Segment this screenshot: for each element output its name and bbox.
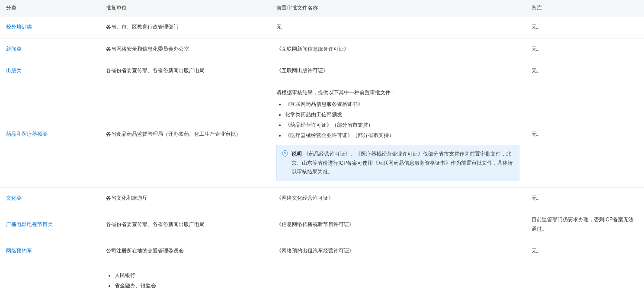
table-row: 金融类人民银行省金融办、银监会保监会证监会中国证券投资基金业协会无无。 (0, 262, 644, 290)
cell-category: 新闻类 (0, 38, 100, 60)
table-row: 校外培训类各省、市、区教育行政管理部门无无。 (0, 16, 644, 38)
cell-remark: 无。 (525, 38, 644, 60)
list-item: 化学类药品由工信部颁发 (285, 109, 519, 120)
cell-doc: 《信息网络传播视听节目许可证》 (270, 209, 525, 240)
cell-remark: 无。 (525, 16, 644, 38)
doc-text: 《互联网新闻信息服务许可证》 (276, 46, 349, 52)
cell-doc: 《互联网出版许可证》 (270, 60, 525, 82)
header-category: 分类 (0, 0, 100, 16)
authority-list: 人民银行省金融办、银监会保监会证监会中国证券投资基金业协会 (106, 270, 265, 290)
authority-text: 各省食品药品监督管理局（开办农药、化工生产企业审批） (106, 131, 241, 137)
cell-authority: 各省份省委宣传部、各省份新闻出版广电局 (100, 209, 271, 240)
doc-text: 《网络文化经营许可证》 (276, 195, 333, 201)
doc-text: 《信息网络传播视听节目许可证》 (276, 221, 354, 227)
cell-authority: 各省网络安全和信息化委员会办公室 (100, 38, 271, 60)
approval-table: 分类 批复单位 前置审批文件名称 备注 校外培训类各省、市、区教育行政管理部门无… (0, 0, 644, 290)
authority-text: 各省、市、区教育行政管理部门 (106, 24, 179, 30)
cell-category: 金融类 (0, 262, 100, 290)
info-icon: ? (282, 150, 288, 156)
cell-authority: 各省、市、区教育行政管理部门 (100, 16, 271, 38)
cell-doc: 请根据审核结果，提供以下其中一种前置审批文件：《互联网药品信息服务资格证书》化学… (270, 82, 525, 187)
category-link[interactable]: 药品和医疗器械类 (6, 131, 48, 137)
cell-doc: 无 (270, 16, 525, 38)
list-item: 《医疗器械经营企业许可证》（部分省市支持） (285, 130, 519, 140)
info-text: 说明《药品经营许可证》、《医疗器械经营企业许可证》仅部分省市支持作为前置审批文件… (292, 150, 514, 176)
table-header-row: 分类 批复单位 前置审批文件名称 备注 (0, 0, 644, 16)
authority-text: 各省文化和旅游厅 (106, 195, 147, 201)
authority-text: 各省份省委宣传部、各省份新闻出版广电局 (106, 67, 205, 73)
cell-authority: 各省食品药品监督管理局（开办农药、化工生产企业审批） (100, 82, 271, 187)
cell-category: 广播电影电视节目类 (0, 209, 100, 240)
table-row: 药品和医疗器械类各省食品药品监督管理局（开办农药、化工生产企业审批）请根据审核结… (0, 82, 644, 187)
cell-authority: 公司注册所在地的交通管理委员会 (100, 240, 271, 262)
table-row: 文化类各省文化和旅游厅《网络文化经营许可证》无。 (0, 187, 644, 209)
list-item: 《互联网药品信息服务资格证书》 (285, 99, 519, 109)
table-row: 出版类各省份省委宣传部、各省份新闻出版广电局《互联网出版许可证》无。 (0, 60, 644, 82)
cell-doc: 无 (270, 262, 525, 290)
cell-authority: 各省文化和旅游厅 (100, 187, 271, 209)
cell-remark: 无。 (525, 262, 644, 290)
cell-category: 药品和医疗器械类 (0, 82, 100, 187)
list-item: 省金融办、银监会 (115, 280, 265, 290)
list-item: 《药品经营许可证》（部分省市支持） (285, 120, 519, 130)
category-link[interactable]: 新闻类 (6, 46, 22, 52)
cell-remark: 无。 (525, 82, 644, 187)
cell-authority: 人民银行省金融办、银监会保监会证监会中国证券投资基金业协会 (100, 262, 271, 290)
doc-text: 《互联网出版许可证》 (276, 67, 328, 73)
authority-text: 各省网络安全和信息化委员会办公室 (106, 46, 189, 52)
cell-authority: 各省份省委宣传部、各省份新闻出版广电局 (100, 60, 271, 82)
header-authority: 批复单位 (100, 0, 271, 16)
header-remark: 备注 (525, 0, 644, 16)
table-row: 网络预约车公司注册所在地的交通管理委员会《网络预约出租汽车经营许可证》无。 (0, 240, 644, 262)
authority-text: 各省份省委宣传部、各省份新闻出版广电局 (106, 221, 205, 227)
doc-intro: 请根据审核结果，提供以下其中一种前置审批文件： (276, 88, 519, 98)
table-row: 广播电影电视节目类各省份省委宣传部、各省份新闻出版广电局《信息网络传播视听节目许… (0, 209, 644, 240)
doc-text: 《网络预约出租汽车经营许可证》 (276, 248, 354, 254)
category-link[interactable]: 文化类 (6, 195, 22, 201)
authority-text: 公司注册所在地的交通管理委员会 (106, 248, 184, 254)
doc-list: 《互联网药品信息服务资格证书》化学类药品由工信部颁发《药品经营许可证》（部分省市… (276, 99, 519, 140)
cell-doc: 《网络预约出租汽车经营许可证》 (270, 240, 525, 262)
cell-remark: 无。 (525, 60, 644, 82)
cell-remark: 无。 (525, 187, 644, 209)
list-item: 人民银行 (115, 270, 265, 280)
cell-doc: 《网络文化经营许可证》 (270, 187, 525, 209)
cell-category: 校外培训类 (0, 16, 100, 38)
category-link[interactable]: 网络预约车 (6, 248, 32, 254)
category-link[interactable]: 校外培训类 (6, 24, 32, 30)
cell-doc: 《互联网新闻信息服务许可证》 (270, 38, 525, 60)
category-link[interactable]: 出版类 (6, 67, 22, 73)
cell-category: 文化类 (0, 187, 100, 209)
cell-remark: 无。 (525, 240, 644, 262)
cell-remark: 目前监管部门仍要求办理，否则ICP备案无法通过。 (525, 209, 644, 240)
table-row: 新闻类各省网络安全和信息化委员会办公室《互联网新闻信息服务许可证》无。 (0, 38, 644, 60)
cell-category: 网络预约车 (0, 240, 100, 262)
doc-text: 无 (276, 24, 282, 30)
category-link[interactable]: 广播电影电视节目类 (6, 221, 53, 227)
info-box: ?说明《药品经营许可证》、《医疗器械经营企业许可证》仅部分省市支持作为前置审批文… (276, 145, 519, 181)
header-doc: 前置审批文件名称 (270, 0, 525, 16)
cell-category: 出版类 (0, 60, 100, 82)
